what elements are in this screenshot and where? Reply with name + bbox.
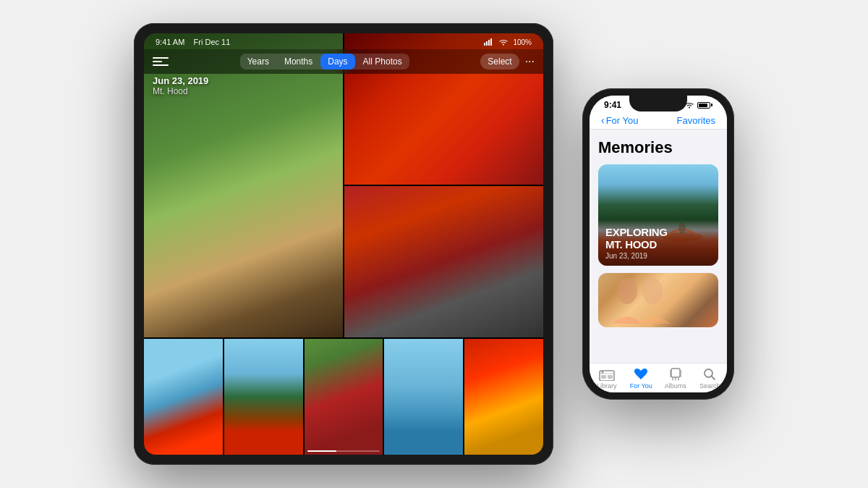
- scene: 9:41 AM Fri Dec 11: [134, 23, 734, 465]
- tab-foryou-label: For You: [630, 382, 652, 390]
- ipad-screen: 9:41 AM Fri Dec 11: [144, 33, 543, 455]
- tab-library-label: Library: [597, 382, 617, 390]
- iphone-notch: [629, 96, 687, 112]
- svg-point-12: [617, 278, 637, 304]
- iphone-tab-foryou[interactable]: For You: [624, 368, 659, 390]
- ipad-location-text: Mt. Hood: [153, 86, 208, 96]
- search-icon-svg: [703, 368, 716, 381]
- ipad-navbar: Years Months Days All Photos Select ···: [144, 49, 543, 74]
- ipad-time: 9:41 AM: [156, 38, 184, 46]
- foryou-icon: [633, 368, 649, 381]
- svg-rect-19: [670, 370, 671, 377]
- library-icon-svg: [599, 368, 615, 381]
- iphone-back-label: For You: [606, 115, 639, 126]
- svg-rect-2: [488, 40, 490, 46]
- svg-point-4: [503, 44, 504, 46]
- thumb-canoe-paddle[interactable]: [464, 339, 543, 455]
- svg-rect-1: [486, 41, 488, 46]
- ipad-battery: 100%: [513, 38, 532, 46]
- svg-rect-3: [490, 38, 492, 46]
- iphone-section-title: Memories: [598, 138, 718, 157]
- svg-rect-0: [484, 43, 485, 46]
- thumb-red-girl[interactable]: [305, 339, 383, 455]
- thumb-hiker-mt[interactable]: [224, 339, 303, 455]
- iphone-back-button[interactable]: ‹ For You: [601, 114, 639, 126]
- svg-rect-17: [608, 375, 613, 379]
- memory-card-selfie[interactable]: [598, 273, 718, 327]
- segment-all-photos[interactable]: All Photos: [356, 54, 409, 70]
- iphone-screen: 9:41: [590, 96, 727, 392]
- ipad-statusbar-left: 9:41 AM Fri Dec 11: [156, 38, 230, 46]
- ipad-statusbar: 9:41 AM Fri Dec 11: [144, 33, 543, 49]
- svg-point-13: [642, 278, 663, 304]
- memory-card-overlay-1: EXPLORING MT. HOOD Jun 23, 2019: [598, 221, 718, 266]
- memory-card-mt-hood[interactable]: EXPLORING MT. HOOD Jun 23, 2019: [598, 164, 718, 266]
- iphone-tab-search[interactable]: Search: [693, 368, 728, 390]
- svg-point-15: [601, 371, 603, 374]
- thumb-lake-still[interactable]: [384, 339, 463, 455]
- photo-red-canoe-person[interactable]: [344, 186, 543, 337]
- ipad-photo-grid: [144, 33, 543, 455]
- ipad-date: Fri Dec 11: [194, 38, 231, 46]
- iphone-device: 9:41: [582, 88, 734, 400]
- ipad-wifi-icon: [498, 38, 509, 46]
- iphone-navbar: ‹ For You Favorites: [590, 112, 727, 130]
- thumb-progress-fill: [307, 450, 336, 452]
- foryou-icon-svg: [634, 368, 648, 381]
- tab-search-label: Search: [699, 382, 720, 390]
- svg-point-9: [689, 107, 690, 109]
- ipad-sidebar-toggle-icon[interactable]: [153, 56, 169, 67]
- iphone-tab-albums[interactable]: Albums: [658, 368, 693, 390]
- ipad-device: 9:41 AM Fri Dec 11: [134, 23, 553, 465]
- ipad-navbar-left: [153, 56, 169, 67]
- memory-date-1: Jun 23, 2019: [605, 252, 711, 260]
- iphone-content: Memories EXPLORING MT. HOOD Jun 23, 2019: [590, 130, 727, 363]
- selfie-figures: [605, 277, 678, 324]
- iphone-favorites-button[interactable]: Favorites: [677, 115, 715, 126]
- ipad-more-button[interactable]: ···: [525, 55, 535, 68]
- search-icon: [702, 368, 718, 381]
- iphone-tab-library[interactable]: Library: [590, 368, 624, 390]
- ipad-select-button[interactable]: Select: [480, 54, 519, 70]
- ipad-date-text: Jun 23, 2019: [153, 75, 208, 86]
- ipad-signal-icon: [484, 38, 494, 46]
- ipad-date-info: Jun 23, 2019 Mt. Hood: [153, 75, 208, 96]
- albums-icon: [668, 368, 684, 381]
- svg-rect-18: [671, 369, 680, 377]
- iphone-time: 9:41: [604, 100, 621, 110]
- iphone-battery-icon: [697, 102, 712, 109]
- iphone-tabbar: Library For You: [590, 363, 727, 392]
- svg-line-22: [712, 376, 715, 380]
- thumb-progress-bar: [307, 450, 380, 452]
- thumb-canoe-side[interactable]: [144, 339, 223, 455]
- ipad-statusbar-right: 100%: [484, 38, 532, 46]
- segment-days[interactable]: Days: [320, 54, 354, 70]
- svg-rect-20: [680, 370, 681, 377]
- tab-albums-label: Albums: [665, 382, 686, 390]
- ipad-thumb-row: [144, 339, 543, 455]
- svg-rect-16: [601, 375, 606, 379]
- ipad-segment-control: Years Months Days All Photos: [240, 54, 409, 70]
- albums-icon-svg: [668, 368, 683, 381]
- library-icon: [599, 368, 615, 381]
- segment-years[interactable]: Years: [240, 54, 276, 70]
- memory-title-1: EXPLORING MT. HOOD: [605, 227, 711, 251]
- segment-months[interactable]: Months: [277, 54, 320, 70]
- ipad-navbar-right: Select ···: [480, 54, 535, 70]
